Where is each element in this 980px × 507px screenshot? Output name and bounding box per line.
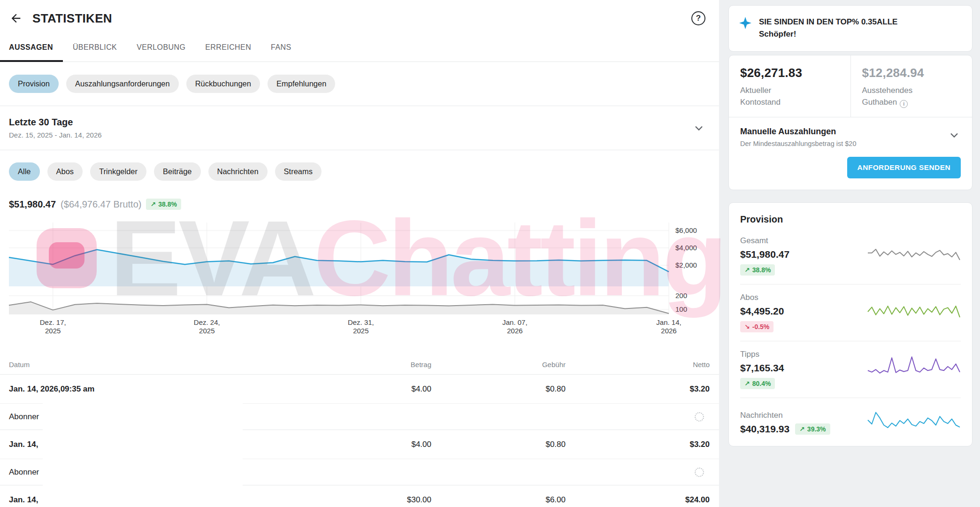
tab-verlobung[interactable]: VERLOBUNG	[127, 33, 195, 61]
statistics-page: STATISTIKEN ? AUSSAGEN ÜBERBLICK VERLOBU…	[0, 0, 980, 507]
back-arrow-icon[interactable]	[9, 11, 23, 25]
main-panel: STATISTIKEN ? AUSSAGEN ÜBERBLICK VERLOBU…	[0, 0, 719, 507]
change-badge: ↗ 38.8%	[146, 199, 181, 210]
col-header-netto: Netto	[566, 361, 719, 369]
col-header-betrag: Betrag	[291, 361, 431, 369]
chip-provision[interactable]: Provision	[9, 75, 59, 93]
provision-row-tipps: Tipps $7,165.34 ↗ 80.4%	[740, 341, 961, 398]
tab-fans[interactable]: FANS	[261, 33, 301, 61]
svg-text:Jan. 07,2026: Jan. 07,2026	[502, 318, 527, 335]
svg-text:Dez. 31,2025: Dez. 31,2025	[348, 318, 374, 335]
tab-erreichen[interactable]: ERREICHEN	[195, 33, 261, 61]
chip-nachrichten[interactable]: Nachrichten	[208, 162, 268, 181]
current-balance-label: Aktueller Kontostand	[740, 84, 796, 108]
chevron-down-icon[interactable]	[692, 122, 705, 135]
sidebar: SIE SINDEN IN DEN TOP% 0.35ALLE Schöpfer…	[719, 0, 980, 507]
chip-empfehlungen[interactable]: Empfehlungen	[268, 75, 335, 93]
chip-auszahlungsanforderungen[interactable]: Auszahlungsanforderungen	[66, 75, 179, 93]
period-selector[interactable]: Letzte 30 Tage Dez. 15, 2025 - Jan. 14, …	[0, 106, 719, 150]
category-chip-row: Alle Abos Trinkgelder Beiträge Nachricht…	[0, 150, 719, 192]
payout-subtitle: Der Mindestauszahlungsbetrag ist $20	[740, 140, 856, 147]
trend-up-icon: ↗	[744, 380, 750, 387]
col-header-datum: Datum	[0, 361, 291, 369]
period-range: Dez. 15, 2025 - Jan. 14, 2026	[9, 131, 102, 139]
col-header-gebuehr: Gebühr	[431, 361, 566, 369]
help-icon[interactable]: ?	[691, 11, 705, 25]
info-icon[interactable]: i	[900, 100, 908, 108]
summary-row: $51,980.47 ($64,976.47 Brutto) ↗ 38.8%	[0, 192, 719, 213]
provision-card: Provision Gesamt $51,980.47 ↗ 38.8% Abos…	[728, 202, 972, 446]
trend-up-icon: ↗	[744, 266, 750, 274]
svg-text:Jan. 14,2026: Jan. 14,2026	[656, 318, 681, 335]
svg-text:100: 100	[675, 305, 687, 313]
payout-title: Manuelle Auszahlungen	[740, 127, 856, 137]
sparkline-abos	[867, 296, 961, 329]
table-row[interactable]: Jan. 14, 2026,09:35 am $4.00 $0.80 $3.20	[0, 375, 719, 404]
chip-beitraege[interactable]: Beiträge	[154, 162, 200, 181]
sparkline-nachrichten	[867, 407, 961, 439]
chip-abos[interactable]: Abos	[47, 162, 83, 181]
pending-balance-value: $12,284.94	[862, 66, 961, 80]
change-badge: ↗ 39.3%	[795, 423, 830, 435]
svg-text:200: 200	[675, 292, 687, 300]
chip-streams[interactable]: Streams	[275, 162, 322, 181]
trend-down-icon: ↘	[744, 323, 750, 330]
page-header: STATISTIKEN ?	[0, 0, 719, 33]
trend-up-icon: ↗	[150, 200, 156, 208]
chip-alle[interactable]: Alle	[9, 162, 40, 181]
current-balance: $26,271.83 Aktueller Kontostand	[729, 55, 850, 117]
table-row[interactable]: Jan. 14, $30.00 $6.00 $24.00	[0, 485, 719, 507]
net-total: $51,980.47	[9, 199, 56, 210]
manual-payout-section: Manuelle Auszahlungen Der Mindestauszahl…	[729, 117, 972, 150]
change-badge: ↘ -0.5%	[740, 321, 773, 332]
chevron-down-icon[interactable]	[948, 129, 961, 142]
revenue-chart: $6,000$4,000$2,000200100Dez. 17,2025Dez.…	[9, 219, 713, 336]
sparkline-gesamt	[867, 239, 961, 272]
change-badge: ↗ 80.4%	[740, 378, 775, 389]
redaction-overlay	[43, 403, 243, 488]
provision-row-nachrichten: Nachrichten $40,319.93 ↗ 39.3%	[740, 398, 961, 446]
star-icon	[739, 17, 751, 41]
provision-row-gesamt: Gesamt $51,980.47 ↗ 38.8%	[740, 228, 961, 284]
sparkline-tipps	[867, 353, 961, 386]
tab-ueberblick[interactable]: ÜBERBLICK	[63, 33, 127, 61]
tab-bar: AUSSAGEN ÜBERBLICK VERLOBUNG ERREICHEN F…	[0, 33, 719, 62]
pending-balance: $12,284.94 Ausstehendes Guthabeni	[850, 55, 972, 117]
change-badge: ↗ 38.8%	[740, 264, 775, 276]
svg-text:Dez. 24,2025: Dez. 24,2025	[194, 318, 220, 335]
page-title: STATISTIKEN	[32, 11, 112, 26]
banner-text: SIE SINDEN IN DEN TOP% 0.35ALLE Schöpfer…	[759, 16, 919, 41]
provision-row-abos: Abos $4,495.20 ↘ -0.5%	[740, 284, 961, 341]
svg-text:$2,000: $2,000	[675, 261, 697, 269]
balances: $26,271.83 Aktueller Kontostand $12,284.…	[729, 55, 972, 117]
send-request-button[interactable]: ANFORDERUNG SENDEN	[847, 157, 961, 178]
chip-rueckbuchungen[interactable]: Rückbuchungen	[186, 75, 260, 93]
provision-title: Provision	[729, 203, 972, 228]
tab-aussagen[interactable]: AUSSAGEN	[0, 33, 63, 61]
trend-up-icon: ↗	[799, 425, 805, 433]
filter-chip-row: Provision Auszahlungsanforderungen Rückb…	[0, 62, 719, 106]
loading-spinner-icon	[695, 468, 704, 477]
svg-text:Dez. 17,2025: Dez. 17,2025	[40, 318, 66, 335]
chip-trinkgelder[interactable]: Trinkgelder	[90, 162, 146, 181]
current-balance-value: $26,271.83	[740, 66, 839, 80]
top-creator-banner: SIE SINDEN IN DEN TOP% 0.35ALLE Schöpfer…	[728, 5, 972, 52]
loading-spinner-icon	[695, 412, 704, 422]
period-title: Letzte 30 Tage	[9, 117, 102, 128]
gross-total: ($64,976.47 Brutto)	[61, 199, 141, 210]
svg-text:$4,000: $4,000	[675, 244, 697, 252]
pending-balance-label: Ausstehendes Guthabeni	[862, 84, 942, 108]
account-card: $26,271.83 Aktueller Kontostand $12,284.…	[728, 55, 972, 190]
svg-text:$6,000: $6,000	[675, 226, 697, 234]
table-header-row: Datum Betrag Gebühr Netto	[0, 355, 719, 375]
